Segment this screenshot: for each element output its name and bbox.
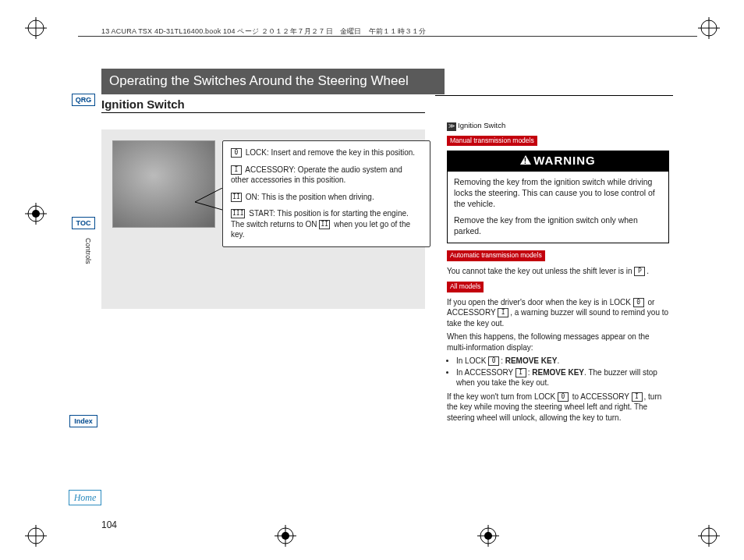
key-on-icon: II	[319, 220, 330, 229]
diagram-panel: 0 LOCK: Insert and remove the key in thi…	[101, 129, 425, 309]
crop-mark-icon	[698, 525, 720, 547]
ref-arrows-icon: ≫	[447, 122, 456, 131]
p3-a: If the key won't turn from LOCK	[447, 392, 558, 401]
b2-a: In ACCESSORY	[456, 368, 515, 377]
key-3-icon: III	[231, 209, 245, 218]
crop-mark-icon	[477, 525, 499, 547]
key-Ib-icon: I	[498, 308, 508, 317]
all-p2: When this happens, the following message…	[447, 331, 669, 353]
all-p1-a: If you open the driver's door when the k…	[447, 298, 633, 307]
tag-auto: Automatic transmission models	[447, 250, 545, 261]
key-0d-icon: 0	[558, 392, 569, 402]
crop-mark-icon	[698, 17, 720, 39]
key-p-icon: P	[634, 267, 645, 276]
callout-text: 0 LOCK: Insert and remove the key in thi…	[222, 140, 430, 247]
svg-point-17	[484, 532, 492, 540]
b1-a: In LOCK	[456, 356, 488, 365]
crop-mark-icon	[25, 525, 47, 547]
crop-mark-icon	[25, 203, 47, 225]
all-p1: If you open the driver's door when the k…	[447, 297, 669, 329]
tab-qrg[interactable]: QRG	[72, 94, 95, 106]
ignition-switch-photo	[112, 140, 215, 228]
page-number: 104	[101, 519, 117, 530]
key-Id-icon: I	[632, 392, 643, 402]
key-0c-icon: 0	[488, 356, 499, 366]
tag-manual: Manual transmission models	[447, 136, 537, 146]
key-0b-icon: 0	[633, 298, 644, 307]
header-rule	[78, 36, 697, 37]
key-Ic-icon: I	[515, 368, 526, 377]
side-section-label: Controls	[84, 238, 92, 264]
home-button[interactable]: Home	[69, 490, 101, 505]
svg-text:!: !	[524, 157, 527, 165]
warning-p1: Removing the key from the ignition switc…	[454, 176, 662, 210]
warning-title: WARNING	[533, 154, 596, 167]
ref-title: Ignition Switch	[458, 121, 505, 129]
list-item: In ACCESSORY I: REMOVE KEY. The buzzer w…	[456, 367, 669, 388]
auto-text-a: You cannot take the key out unless the s…	[447, 267, 634, 275]
warning-p2: Remove the key from the ignition switch …	[454, 214, 662, 236]
pos0-text: LOCK: Insert and remove the key in this …	[246, 148, 415, 157]
auto-text: You cannot take the key out unless the s…	[447, 266, 669, 277]
svg-point-6	[32, 210, 40, 218]
message-list: In LOCK 0: REMOVE KEY. In ACCESSORY I: R…	[447, 356, 669, 388]
all-p3: If the key won't turn from LOCK 0 to ACC…	[447, 392, 669, 424]
p3-b: to ACCESSORY	[570, 392, 632, 401]
key-2-icon: II	[231, 193, 242, 202]
crop-mark-icon	[275, 525, 296, 547]
warning-box: ! WARNING Removing the key from the igni…	[447, 151, 669, 243]
ref-heading: ≫Ignition Switch	[447, 121, 669, 131]
b1-c: .	[557, 356, 559, 365]
tag-all: All models	[447, 282, 484, 292]
b1-bold: REMOVE KEY	[505, 356, 558, 365]
pos2-text: ON: This is the position when driving.	[246, 193, 374, 201]
warning-heading: ! WARNING	[448, 151, 668, 171]
tab-toc[interactable]: TOC	[72, 217, 95, 229]
info-column: ≫Ignition Switch Manual transmission mod…	[447, 121, 669, 426]
crop-mark-icon	[25, 17, 47, 39]
section-rule	[435, 95, 673, 96]
pos1-text: ACCESSORY: Operate the audio system and …	[231, 165, 402, 185]
warning-triangle-icon: !	[520, 153, 531, 168]
auto-text-b: .	[647, 267, 649, 275]
svg-point-13	[282, 532, 289, 540]
tab-index[interactable]: Index	[69, 415, 97, 427]
b2-bold: REMOVE KEY	[532, 368, 584, 377]
list-item: In LOCK 0: REMOVE KEY.	[456, 356, 669, 367]
key-1-icon: I	[231, 165, 242, 175]
chapter-title: Operating the Switches Around the Steeri…	[101, 69, 445, 94]
key-0-icon: 0	[231, 148, 242, 158]
section-title: Ignition Switch	[101, 97, 425, 113]
